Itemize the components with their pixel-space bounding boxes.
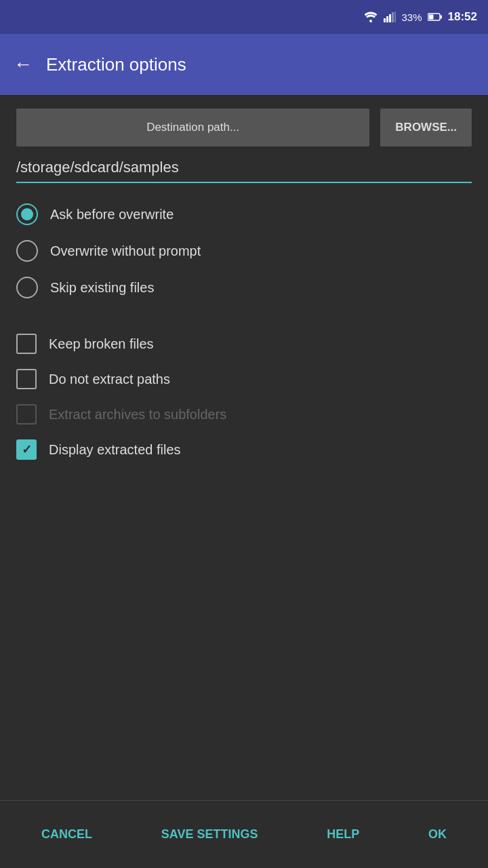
svg-rect-5 [394,12,396,22]
checkbox-options-section: Keep broken files Do not extract paths E… [16,334,472,475]
checkbox-extract-subfolders-label: Extract archives to subfolders [49,407,226,422]
battery-icon [428,13,443,21]
svg-rect-1 [384,18,386,22]
status-icons: 33% 18:52 [363,10,477,24]
radio-options-section: Ask before overwrite Overwrite without p… [16,203,472,313]
radio-overwrite-outer [16,240,38,262]
path-input[interactable] [16,153,472,182]
radio-ask-outer [16,203,38,225]
browse-button[interactable]: BROWSE... [380,108,472,146]
app-bar: ← Extraction options [0,34,488,95]
page-title: Extraction options [46,54,186,75]
destination-path-button[interactable]: Destination path... [16,108,369,146]
radio-ask-inner [21,208,33,220]
svg-rect-3 [389,14,391,22]
destination-row: Destination path... BROWSE... [16,108,472,146]
checkbox-display-extracted-box: ✓ [16,439,37,460]
svg-rect-7 [440,16,442,19]
svg-rect-4 [392,12,394,22]
content-spacer [16,475,472,800]
path-input-wrapper [16,153,472,183]
time-display: 18:52 [448,10,477,24]
checkbox-no-extract-paths[interactable]: Do not extract paths [16,369,472,389]
radio-skip-outer [16,277,38,298]
wifi-icon [363,12,378,22]
status-bar: 33% 18:52 [0,0,488,34]
svg-rect-8 [428,15,433,20]
checkbox-display-extracted[interactable]: ✓ Display extracted files [16,439,472,460]
checkbox-extract-subfolders: Extract archives to subfolders [16,404,472,425]
radio-ask-label: Ask before overwrite [50,207,174,222]
radio-overwrite-label: Overwrite without prompt [50,243,201,259]
checkbox-display-extracted-label: Display extracted files [49,442,181,458]
radio-ask-before-overwrite[interactable]: Ask before overwrite [16,203,472,225]
main-content: Destination path... BROWSE... Ask before… [0,95,488,800]
checkbox-no-extract-paths-box [16,369,37,389]
checkbox-keep-broken[interactable]: Keep broken files [16,334,472,354]
checkmark-icon: ✓ [22,443,32,456]
svg-point-0 [369,20,372,22]
radio-skip-label: Skip existing files [50,280,154,296]
battery-text: 33% [401,12,422,23]
divider [16,327,472,334]
checkbox-keep-broken-label: Keep broken files [49,336,154,352]
svg-rect-2 [386,16,388,22]
help-button[interactable]: HELP [313,820,373,849]
save-settings-button[interactable]: SAVE SETTINGS [148,820,272,849]
radio-skip[interactable]: Skip existing files [16,277,472,298]
checkbox-extract-subfolders-box [16,404,37,425]
checkbox-keep-broken-box [16,334,37,354]
cancel-button[interactable]: CANCEL [28,820,106,849]
signal-icon [384,12,396,22]
ok-button[interactable]: OK [415,820,460,849]
checkbox-no-extract-paths-label: Do not extract paths [49,372,170,387]
radio-overwrite[interactable]: Overwrite without prompt [16,240,472,262]
back-button[interactable]: ← [14,54,33,75]
bottom-action-bar: CANCEL SAVE SETTINGS HELP OK [0,800,488,868]
